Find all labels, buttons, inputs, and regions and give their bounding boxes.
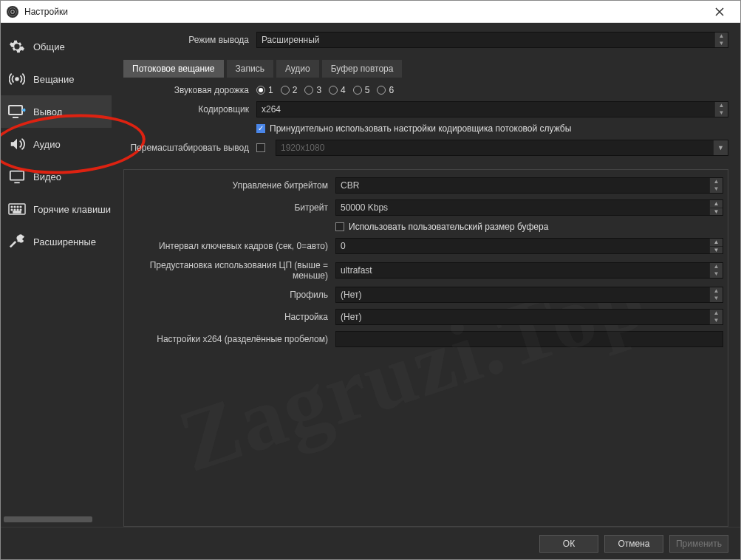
radio-icon [353,86,362,95]
keyint-input[interactable]: 0 ▲▼ [335,238,723,254]
output-icon [8,103,26,120]
audio-track-label: Звуковая дорожка [123,85,256,95]
audio-icon [8,135,26,153]
cancel-button[interactable]: Отмена [604,535,663,553]
svg-rect-14 [13,211,21,213]
track-4[interactable]: 4 [329,85,346,95]
tab-streaming[interactable]: Потоковое вещание [123,60,224,78]
rate-control-label: Управление битрейтом [129,180,335,191]
output-mode-label: Режим вывода [123,35,256,45]
tools-icon [8,233,26,250]
sidebar-item-label: Расширенные [33,236,96,247]
output-tabs: Потоковое вещание Запись Аудио Буфер пов… [123,60,728,78]
encoder-value: x264 [262,104,281,115]
svg-point-10 [11,209,13,211]
tab-replay-buffer[interactable]: Буфер повтора [322,60,403,78]
svg-point-13 [20,209,21,211]
audio-track-group: 1 2 3 4 5 6 [256,85,728,95]
radio-icon [304,86,313,95]
custom-buffer-checkbox[interactable] [335,222,344,231]
preset-select[interactable]: ultrafast ▲▼ [335,262,723,279]
encoder-settings-panel: Управление битрейтом CBR ▲▼ Битрейт [123,169,728,527]
svg-point-11 [14,209,16,211]
svg-point-6 [11,206,13,208]
x264opts-input[interactable] [335,331,723,347]
apply-button[interactable]: Применить [669,535,728,553]
sidebar-item-audio[interactable]: Аудио [1,128,112,160]
svg-point-8 [17,206,18,208]
rate-control-select[interactable]: CBR ▲▼ [335,177,723,194]
sidebar-item-label: Горячие клавиши [33,204,111,215]
radio-icon [377,86,386,95]
svg-rect-4 [10,171,24,180]
output-mode-select[interactable]: Расширенный ▲▼ [256,32,728,48]
settings-window: Настройки Общие Вещание Вывод [0,0,741,560]
chevron-down-icon: ▼ [713,140,728,155]
rescale-label: Перемасштабировать вывод [123,143,256,153]
sidebar-item-hotkeys[interactable]: Горячие клавиши [1,193,112,225]
bitrate-label: Битрейт [129,202,335,213]
tune-select[interactable]: (Нет) ▲▼ [335,309,723,325]
sidebar: Общие Вещание Вывод Аудио Видео [1,23,112,527]
sidebar-item-label: Видео [33,171,61,182]
x264opts-label: Настройки x264 (разделённые пробелом) [129,334,335,344]
gear-icon [8,38,26,55]
rescale-checkbox[interactable] [256,143,265,152]
titlebar: Настройки [1,1,740,23]
window-title: Настройки [24,7,705,17]
tune-label: Настройка [129,312,335,322]
sidebar-item-output[interactable]: Вывод [1,95,112,128]
svg-point-7 [14,206,16,208]
svg-point-0 [9,7,17,16]
tab-recording[interactable]: Запись [227,60,273,78]
enforce-label: Принудительно использовать настройки код… [270,123,571,134]
svg-point-9 [20,206,21,208]
close-button[interactable] [705,1,734,22]
sidebar-item-general[interactable]: Общие [1,30,112,63]
track-6[interactable]: 6 [377,85,394,95]
output-mode-value: Расширенный [262,35,320,45]
keyint-label: Интервал ключевых кадров (сек, 0=авто) [129,241,335,251]
obs-icon [7,6,18,18]
dialog-body: Общие Вещание Вывод Аудио Видео [1,23,740,527]
sidebar-item-label: Вывод [33,106,62,117]
profile-label: Профиль [129,290,335,300]
radio-icon [329,86,338,95]
svg-rect-3 [9,106,22,115]
spin-icon: ▲▼ [714,102,728,117]
spin-icon: ▲▼ [714,33,728,47]
stepper-icon: ▲▼ [709,239,723,253]
track-3[interactable]: 3 [304,85,321,95]
ok-button[interactable]: ОК [539,535,598,553]
encoder-label: Кодировщик [123,104,256,115]
broadcast-icon [8,70,26,88]
sidebar-item-label: Общие [33,41,65,52]
spin-icon: ▲▼ [709,178,723,193]
sidebar-item-stream[interactable]: Вещание [1,63,112,95]
stepper-icon: ▲▼ [709,200,723,215]
spin-icon: ▲▼ [709,310,723,324]
radio-icon [256,86,265,95]
video-icon [8,168,26,185]
radio-icon [281,86,290,95]
preset-label: Предустановка использования ЦП (выше = м… [129,260,335,281]
profile-select[interactable]: (Нет) ▲▼ [335,287,723,303]
sidebar-item-label: Вещание [33,74,75,85]
encoder-select[interactable]: x264 ▲▼ [256,101,728,117]
sidebar-item-video[interactable]: Видео [1,160,112,193]
svg-point-12 [17,209,18,211]
spin-icon: ▲▼ [709,263,723,278]
sidebar-item-advanced[interactable]: Расширенные [1,225,112,258]
tab-audio[interactable]: Аудио [276,60,319,78]
spin-icon: ▲▼ [709,287,723,302]
enforce-checkbox[interactable] [256,124,265,133]
track-5[interactable]: 5 [353,85,370,95]
rescale-select[interactable]: 1920x1080 ▼ [276,140,728,156]
sidebar-scrollbar[interactable] [4,516,92,522]
track-2[interactable]: 2 [281,85,298,95]
bitrate-input[interactable]: 50000 Kbps ▲▼ [335,199,723,216]
custom-buffer-label: Использовать пользовательский размер буф… [349,222,548,232]
svg-point-2 [16,78,18,81]
track-1[interactable]: 1 [256,85,273,95]
main-panel: Zagruzi.Top Режим вывода Расширенный ▲▼ … [112,23,740,527]
